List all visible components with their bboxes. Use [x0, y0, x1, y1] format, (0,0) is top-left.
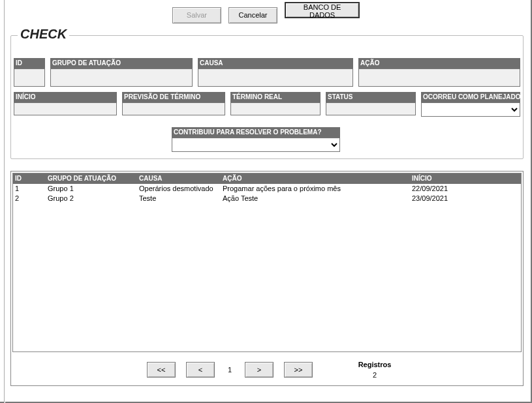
cell-acao: Progamar ações para o próximo mês [221, 184, 410, 194]
previsao-field: PREVISÃO DE TÉRMINO [122, 92, 225, 115]
contribuiu-field: CONTRIBUIU PARA RESOLVER O PROBLEMA? [172, 127, 340, 152]
status-input[interactable] [326, 102, 416, 115]
col-id: ID [13, 173, 46, 184]
causa-input[interactable] [198, 68, 353, 87]
previsao-label: PREVISÃO DE TÉRMINO [122, 92, 225, 102]
pager-nav: << < 1 > >> [142, 362, 318, 378]
pager-first-button[interactable]: << [147, 362, 176, 378]
list-view[interactable]: ID GRUPO DE ATUAÇÃO CAUSA AÇÃO INÍCIO 1G… [12, 173, 522, 352]
table-row[interactable]: 1Grupo 1Operários desmotivadoProgamar aç… [13, 184, 521, 194]
termino-label: TÉRMINO REAL [230, 92, 321, 102]
id-label: ID [14, 58, 45, 68]
database-button[interactable]: BANCO DE DADOS [285, 2, 360, 18]
contribuiu-select[interactable] [172, 138, 340, 152]
pager: << < 1 > >> Registros 2 [11, 362, 523, 381]
cell-acao: Ação Teste [221, 194, 410, 203]
termino-field: TÉRMINO REAL [230, 92, 321, 115]
ocorreu-label: OCORREU COMO PLANEJADO? [421, 92, 520, 102]
pager-prev-button[interactable]: < [186, 362, 215, 378]
acao-label: AÇÃO [358, 58, 520, 68]
cell-causa: Operários desmotivado [137, 184, 221, 194]
pager-info: Registros 2 [345, 361, 404, 379]
acao-input[interactable] [358, 68, 520, 87]
col-causa: CAUSA [137, 173, 221, 184]
col-acao: AÇÃO [221, 173, 410, 184]
grupo-input[interactable] [50, 68, 193, 87]
pager-page-number: 1 [220, 366, 240, 374]
cell-grupo: Grupo 2 [46, 194, 137, 203]
cell-inicio: 22/09/2021 [410, 184, 508, 194]
status-label: STATUS [326, 92, 416, 102]
cell-causa: Teste [137, 194, 221, 203]
ocorreu-field: OCORREU COMO PLANEJADO? [421, 92, 520, 117]
causa-label: CAUSA [198, 58, 353, 68]
list-body: 1Grupo 1Operários desmotivadoProgamar aç… [13, 184, 521, 203]
records-count: 2 [345, 371, 404, 379]
cell-id: 2 [13, 194, 46, 203]
inicio-input[interactable] [14, 102, 117, 115]
table-row[interactable]: 2Grupo 2TesteAção Teste23/09/2021 [13, 194, 521, 203]
col-inicio: INÍCIO [410, 173, 508, 184]
acao-field: AÇÃO [358, 58, 520, 87]
records-label: Registros [358, 361, 392, 368]
cancel-button[interactable]: Cancelar [228, 7, 277, 23]
inicio-field: INÍCIO [14, 92, 117, 115]
list-header: ID GRUPO DE ATUAÇÃO CAUSA AÇÃO INÍCIO [13, 173, 521, 184]
status-field: STATUS [326, 92, 416, 115]
causa-field: CAUSA [198, 58, 353, 87]
previsao-input[interactable] [122, 102, 225, 115]
termino-input[interactable] [230, 102, 321, 115]
col-grupo: GRUPO DE ATUAÇÃO [46, 173, 137, 184]
cell-inicio: 23/09/2021 [410, 194, 508, 203]
contribuiu-label: CONTRIBUIU PARA RESOLVER O PROBLEMA? [172, 127, 340, 138]
id-input[interactable] [14, 68, 45, 87]
cell-id: 1 [13, 184, 46, 194]
grupo-field: GRUPO DE ATUAÇÃO [50, 58, 193, 87]
save-button[interactable]: Salvar [172, 7, 221, 23]
grupo-label: GRUPO DE ATUAÇÃO [50, 58, 193, 68]
inicio-label: INÍCIO [14, 92, 117, 102]
pager-last-button[interactable]: >> [284, 362, 313, 378]
id-field: ID [14, 58, 45, 87]
left-divider [4, 0, 5, 403]
groupbox-title: CHECK [18, 27, 69, 42]
pager-next-button[interactable]: > [245, 362, 274, 378]
list-panel: ID GRUPO DE ATUAÇÃO CAUSA AÇÃO INÍCIO 1G… [10, 171, 524, 386]
toolbar: Salvar Cancelar BANCO DE DADOS [0, 2, 532, 20]
ocorreu-select[interactable] [421, 102, 520, 117]
check-groupbox: CHECK ID GRUPO DE ATUAÇÃO CAUSA AÇÃO INÍ… [10, 35, 524, 159]
cell-grupo: Grupo 1 [46, 184, 137, 194]
